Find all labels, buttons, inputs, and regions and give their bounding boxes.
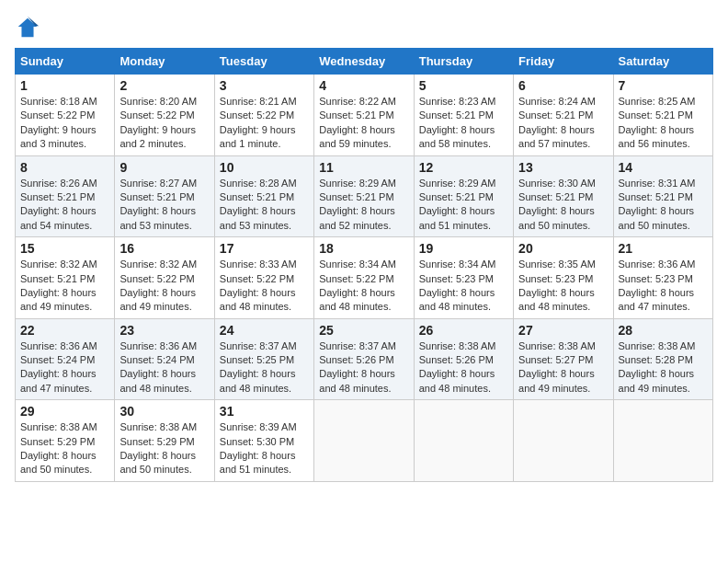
day-cell-26: 26 Sunrise: 8:38 AM Sunset: 5:26 PM Dayl… [414,318,513,400]
day-number: 1 [20,78,109,93]
sunrise-label: Sunrise: 8:22 AM [319,96,396,107]
sunset-label: Sunset: 5:21 PM [419,109,494,121]
empty-cell [613,400,712,482]
day-info: Sunrise: 8:35 AM Sunset: 5:23 PM Dayligh… [518,258,608,315]
day-info: Sunrise: 8:30 AM Sunset: 5:21 PM Dayligh… [518,177,608,234]
sunset-label: Sunset: 5:28 PM [619,354,693,365]
daylight-label: Daylight: 8 hours and 48 minutes. [419,368,495,393]
day-number: 20 [518,241,608,256]
sunrise-label: Sunrise: 8:29 AM [419,178,496,189]
day-cell-15: 15 Sunrise: 8:32 AM Sunset: 5:21 PM Dayl… [16,237,115,319]
day-info: Sunrise: 8:37 AM Sunset: 5:25 PM Dayligh… [220,339,309,396]
sunset-label: Sunset: 5:21 PM [20,273,95,284]
sunset-label: Sunset: 5:29 PM [119,436,194,447]
weekday-header-saturday: Saturday [613,49,712,75]
empty-cell [314,400,414,482]
sunrise-label: Sunrise: 8:33 AM [220,259,297,270]
day-cell-17: 17 Sunrise: 8:33 AM Sunset: 5:22 PM Dayl… [214,237,313,319]
sunrise-label: Sunrise: 8:30 AM [518,178,596,189]
sunset-label: Sunset: 5:21 PM [619,191,693,202]
sunrise-label: Sunrise: 8:26 AM [20,178,97,189]
page-header [15,15,713,40]
day-info: Sunrise: 8:34 AM Sunset: 5:23 PM Dayligh… [419,258,508,315]
weekday-header-sunday: Sunday [16,49,115,75]
day-cell-8: 8 Sunrise: 8:26 AM Sunset: 5:21 PM Dayli… [16,155,115,237]
day-cell-30: 30 Sunrise: 8:38 AM Sunset: 5:29 PM Dayl… [115,400,214,482]
sunrise-label: Sunrise: 8:20 AM [119,96,197,107]
day-info: Sunrise: 8:38 AM Sunset: 5:29 PM Dayligh… [20,420,109,477]
day-cell-25: 25 Sunrise: 8:37 AM Sunset: 5:26 PM Dayl… [314,318,414,400]
sunset-label: Sunset: 5:22 PM [319,273,393,284]
sunset-label: Sunset: 5:21 PM [419,191,494,202]
day-info: Sunrise: 8:38 AM Sunset: 5:29 PM Dayligh… [119,420,209,477]
day-cell-28: 28 Sunrise: 8:38 AM Sunset: 5:28 PM Dayl… [613,318,712,400]
day-number: 5 [419,78,508,93]
weekday-header-friday: Friday [514,49,613,75]
day-cell-9: 9 Sunrise: 8:27 AM Sunset: 5:21 PM Dayli… [115,155,214,237]
daylight-label: Daylight: 8 hours and 48 minutes. [119,368,196,393]
sunrise-label: Sunrise: 8:35 AM [518,259,596,270]
day-info: Sunrise: 8:36 AM Sunset: 5:24 PM Dayligh… [119,339,209,396]
sunrise-label: Sunrise: 8:36 AM [119,340,197,351]
empty-cell [414,400,513,482]
sunset-label: Sunset: 5:22 PM [220,273,294,284]
day-number: 6 [518,78,608,93]
sunset-label: Sunset: 5:27 PM [518,354,593,365]
sunrise-label: Sunrise: 8:37 AM [319,340,396,351]
weekday-header-monday: Monday [115,49,214,75]
daylight-label: Daylight: 8 hours and 53 minutes. [119,205,196,230]
day-number: 19 [419,241,508,256]
weekday-header-thursday: Thursday [414,49,513,75]
day-info: Sunrise: 8:23 AM Sunset: 5:21 PM Dayligh… [419,95,508,152]
svg-marker-0 [18,18,38,38]
day-number: 30 [119,404,209,419]
sunset-label: Sunset: 5:23 PM [419,273,494,284]
daylight-label: Daylight: 8 hours and 48 minutes. [220,287,296,312]
day-cell-1: 1 Sunrise: 8:18 AM Sunset: 5:22 PM Dayli… [16,75,115,156]
sunset-label: Sunset: 5:21 PM [518,109,593,121]
week-row-1: 1 Sunrise: 8:18 AM Sunset: 5:22 PM Dayli… [16,75,713,156]
day-number: 4 [319,78,408,93]
day-cell-24: 24 Sunrise: 8:37 AM Sunset: 5:25 PM Dayl… [214,318,313,400]
sunset-label: Sunset: 5:22 PM [119,273,194,284]
day-info: Sunrise: 8:32 AM Sunset: 5:22 PM Dayligh… [119,258,209,315]
sunrise-label: Sunrise: 8:36 AM [20,340,97,351]
day-info: Sunrise: 8:24 AM Sunset: 5:21 PM Dayligh… [518,95,608,152]
sunset-label: Sunset: 5:21 PM [220,191,294,202]
daylight-label: Daylight: 8 hours and 53 minutes. [220,205,296,230]
daylight-label: Daylight: 8 hours and 48 minutes. [319,368,395,393]
sunrise-label: Sunrise: 8:38 AM [419,340,496,351]
day-cell-27: 27 Sunrise: 8:38 AM Sunset: 5:27 PM Dayl… [514,318,613,400]
sunrise-label: Sunrise: 8:29 AM [319,178,396,189]
day-number: 16 [119,241,209,256]
day-number: 28 [619,323,708,338]
day-number: 17 [220,241,309,256]
day-info: Sunrise: 8:27 AM Sunset: 5:21 PM Dayligh… [119,177,209,234]
day-number: 23 [119,323,209,338]
day-number: 24 [220,323,309,338]
daylight-label: Daylight: 8 hours and 48 minutes. [419,287,495,312]
sunrise-label: Sunrise: 8:21 AM [220,96,297,107]
day-number: 22 [20,323,109,338]
day-cell-19: 19 Sunrise: 8:34 AM Sunset: 5:23 PM Dayl… [414,237,513,319]
day-number: 18 [319,241,408,256]
sunset-label: Sunset: 5:22 PM [119,109,194,121]
day-number: 11 [319,160,408,175]
sunset-label: Sunset: 5:21 PM [518,191,593,202]
day-number: 15 [20,241,109,256]
day-info: Sunrise: 8:38 AM Sunset: 5:28 PM Dayligh… [619,339,708,396]
sunset-label: Sunset: 5:30 PM [220,436,294,447]
daylight-label: Daylight: 8 hours and 50 minutes. [20,450,97,475]
day-cell-6: 6 Sunrise: 8:24 AM Sunset: 5:21 PM Dayli… [514,75,613,156]
day-cell-10: 10 Sunrise: 8:28 AM Sunset: 5:21 PM Dayl… [214,155,313,237]
day-number: 3 [220,78,309,93]
day-info: Sunrise: 8:21 AM Sunset: 5:22 PM Dayligh… [220,95,309,152]
day-number: 9 [119,160,209,175]
day-info: Sunrise: 8:31 AM Sunset: 5:21 PM Dayligh… [619,177,708,234]
daylight-label: Daylight: 8 hours and 49 minutes. [619,368,695,393]
logo-icon [15,15,40,40]
day-number: 13 [518,160,608,175]
daylight-label: Daylight: 8 hours and 49 minutes. [518,368,595,393]
sunrise-label: Sunrise: 8:34 AM [319,259,396,270]
sunrise-label: Sunrise: 8:23 AM [419,96,496,107]
